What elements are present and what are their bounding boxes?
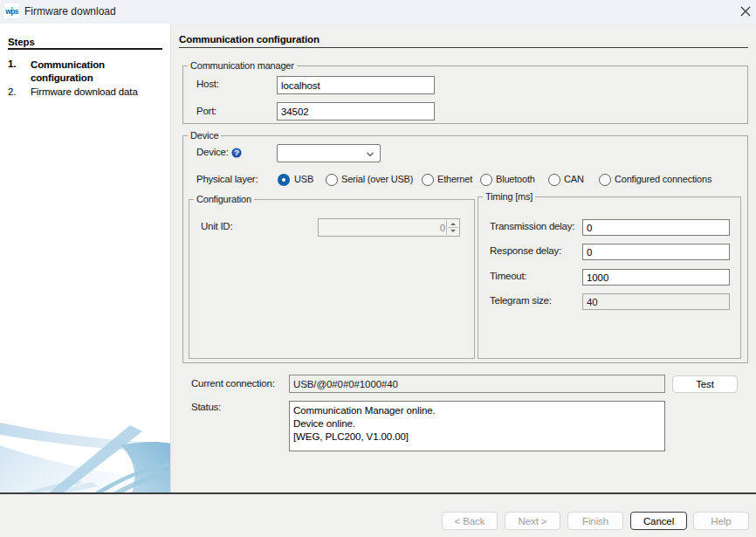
svg-text:?: ?	[234, 148, 239, 157]
